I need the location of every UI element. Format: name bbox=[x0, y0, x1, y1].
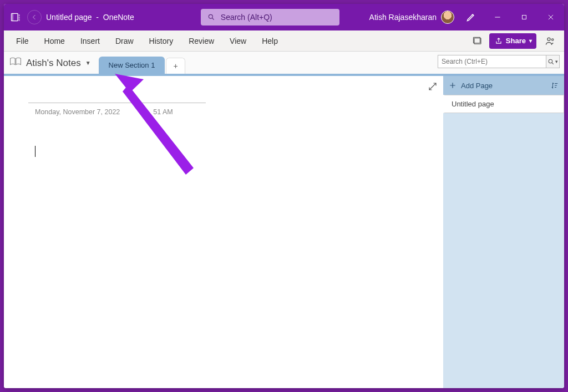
section-tab[interactable]: New Section 1 bbox=[99, 57, 165, 74]
notebook-search-wrap: ▾ bbox=[438, 55, 560, 68]
share-icon bbox=[495, 37, 503, 45]
titlebar: Untitled page - OneNote Search (Alt+Q) A… bbox=[4, 4, 564, 30]
app-name-text: OneNote bbox=[103, 13, 134, 22]
add-section-button[interactable]: + bbox=[166, 58, 185, 74]
fullscreen-reading-button[interactable] bbox=[468, 33, 487, 49]
page-list-panel: Add Page Untitled page bbox=[443, 76, 564, 388]
ribbon-tab-review[interactable]: Review bbox=[181, 30, 222, 51]
ribbon-tab-insert[interactable]: Insert bbox=[73, 30, 108, 51]
back-button[interactable] bbox=[27, 10, 42, 24]
account-button[interactable]: Atish Rajasekharan bbox=[366, 11, 458, 24]
ribbon-tab-view[interactable]: View bbox=[222, 30, 254, 51]
page-date: Monday, November 7, 2022 bbox=[35, 108, 120, 116]
global-search-placeholder: Search (Alt+Q) bbox=[221, 13, 272, 22]
search-icon bbox=[207, 13, 215, 21]
user-name: Atish Rajasekharan bbox=[369, 13, 437, 22]
notebook-icon bbox=[9, 57, 22, 69]
text-cursor bbox=[35, 146, 36, 157]
chevron-down-icon: ▾ bbox=[529, 38, 532, 44]
svg-point-7 bbox=[549, 59, 552, 63]
page-title-underline bbox=[28, 103, 206, 103]
ribbon-tab-file[interactable]: File bbox=[8, 30, 37, 51]
svg-rect-0 bbox=[12, 13, 18, 21]
pen-mode-button[interactable] bbox=[458, 4, 484, 30]
page-list-item[interactable]: Untitled page bbox=[443, 95, 564, 113]
share-label: Share bbox=[506, 37, 526, 45]
ribbon-tab-help[interactable]: Help bbox=[254, 30, 286, 51]
ribbon-tab-history[interactable]: History bbox=[141, 30, 181, 51]
page-canvas[interactable]: Monday, November 7, 2022 51 AM bbox=[4, 76, 443, 388]
ribbon-tab-draw[interactable]: Draw bbox=[108, 30, 141, 51]
sort-icon[interactable] bbox=[551, 82, 559, 89]
onenote-window: Untitled page - OneNote Search (Alt+Q) A… bbox=[4, 4, 564, 388]
present-to-teams-button[interactable] bbox=[541, 33, 560, 49]
plus-icon bbox=[449, 82, 457, 89]
window-title: Untitled page - OneNote bbox=[46, 13, 134, 22]
ribbon-tab-home[interactable]: Home bbox=[37, 30, 73, 51]
chevron-down-icon: ▼ bbox=[85, 60, 91, 66]
svg-point-1 bbox=[209, 14, 212, 18]
close-button[interactable] bbox=[537, 4, 564, 30]
notebook-search-button[interactable]: ▾ bbox=[546, 55, 560, 68]
page-time: 51 AM bbox=[153, 108, 173, 116]
notebook-search-input[interactable] bbox=[438, 55, 546, 68]
maximize-button[interactable] bbox=[511, 4, 537, 30]
notebook-name: Atish's Notes bbox=[26, 58, 81, 69]
global-search[interactable]: Search (Alt+Q) bbox=[201, 9, 339, 26]
content-area: Monday, November 7, 2022 51 AM Add Page … bbox=[4, 76, 564, 388]
svg-point-6 bbox=[552, 38, 554, 40]
notebook-bar: Atish's Notes ▼ New Section 1 + ▾ bbox=[4, 52, 564, 76]
add-page-button[interactable]: Add Page bbox=[443, 76, 564, 95]
page-title-text: Untitled page bbox=[46, 13, 92, 22]
user-avatar bbox=[441, 11, 454, 24]
page-datetime: Monday, November 7, 2022 51 AM bbox=[35, 108, 173, 116]
add-page-label: Add Page bbox=[461, 82, 493, 90]
onenote-app-icon bbox=[4, 12, 27, 23]
share-button[interactable]: Share ▾ bbox=[489, 33, 536, 49]
ribbon: File Home Insert Draw History Review Vie… bbox=[4, 30, 564, 52]
minimize-button[interactable] bbox=[484, 4, 511, 30]
svg-point-5 bbox=[547, 38, 550, 40]
expand-canvas-button[interactable] bbox=[428, 82, 438, 94]
search-icon bbox=[547, 58, 555, 65]
svg-rect-2 bbox=[523, 16, 526, 19]
notebook-picker[interactable]: Atish's Notes ▼ bbox=[9, 57, 91, 74]
